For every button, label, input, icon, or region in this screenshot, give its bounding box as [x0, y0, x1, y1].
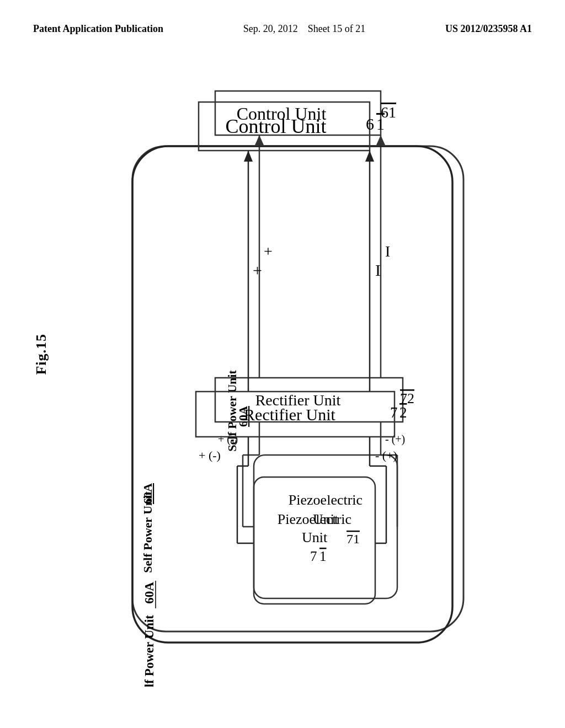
- svg-text:+: +: [253, 261, 262, 279]
- svg-text:Rectifier Unit: Rectifier Unit: [244, 405, 335, 424]
- svg-marker-45: [365, 151, 374, 162]
- svg-text:Unit: Unit: [302, 529, 328, 545]
- svg-text:Self Power Unit: Self Power Unit: [142, 615, 156, 687]
- svg-text:+ (-): + (-): [199, 448, 221, 462]
- sheet-number: Sheet 15 of 21: [308, 23, 365, 34]
- svg-text:1: 1: [376, 115, 385, 133]
- svg-marker-42: [244, 151, 253, 162]
- date-sheet: Sep. 20, 2012 Sheet 15 of 21: [243, 22, 365, 36]
- svg-text:7: 7: [390, 404, 398, 421]
- svg-text:I: I: [375, 261, 381, 279]
- svg-text:60A: 60A: [142, 582, 156, 604]
- page-header: Patent Application Publication Sep. 20, …: [0, 0, 565, 47]
- svg-text:Control Unit: Control Unit: [225, 115, 326, 137]
- svg-text:1: 1: [319, 549, 327, 564]
- svg-text:2: 2: [399, 404, 407, 421]
- figure-label: Fig.15: [33, 334, 50, 375]
- svg-rect-33: [132, 146, 452, 643]
- patent-number: US 2012/0235958 A1: [445, 22, 532, 36]
- svg-text:6: 6: [366, 115, 374, 133]
- svg-text:- (+): - (+): [375, 448, 397, 462]
- svg-text:7: 7: [310, 549, 317, 564]
- main-diagram-svg: 60A Self Power Unit Control Unit 6 1 + I…: [105, 91, 480, 687]
- publication-title: Patent Application Publication: [33, 22, 163, 36]
- publication-date: Sep. 20, 2012: [243, 23, 298, 34]
- diagram-area: Fig.15 Self Power Unit 60A Self Power Un…: [0, 47, 565, 698]
- svg-text:Piezoelectric: Piezoelectric: [278, 511, 351, 527]
